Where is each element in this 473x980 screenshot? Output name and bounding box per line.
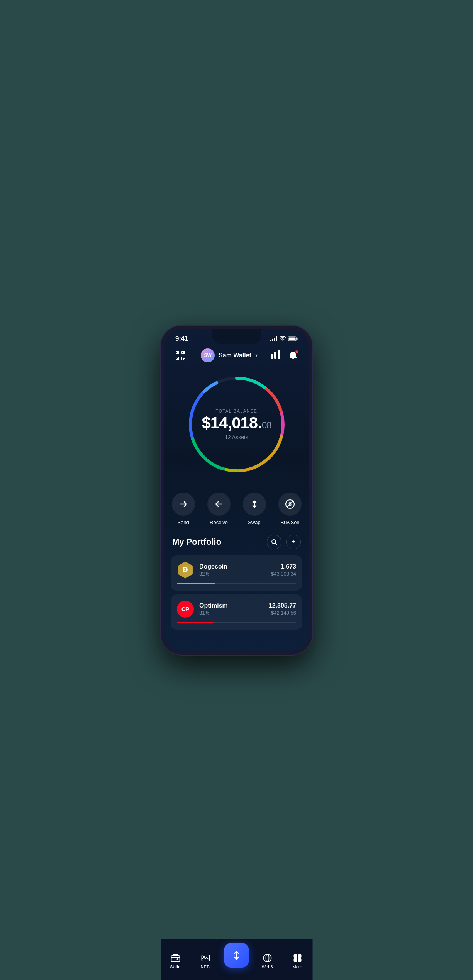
dogecoin-pct: 32% (199, 571, 266, 577)
svg-rect-13 (271, 354, 273, 359)
profile-name: Sam Wallet (219, 352, 251, 359)
dogecoin-icon: Ð (177, 562, 194, 579)
svg-line-31 (275, 543, 277, 545)
optimism-values: 12,305.77 $42,149.56 (269, 602, 296, 616)
portfolio-title: My Portfolio (172, 537, 221, 547)
chart-icon[interactable] (271, 350, 281, 360)
app-header: SW Sam Wallet ▾ (164, 345, 309, 367)
send-button[interactable]: Send (172, 493, 195, 525)
optimism-bar (177, 622, 296, 623)
send-label: Send (177, 520, 189, 525)
balance-assets: 12 Assets (202, 434, 271, 440)
balance-cents: 08 (262, 420, 271, 430)
optimism-card[interactable]: OP Optimism 31% 12,305.77 $42,149.56 (171, 594, 302, 630)
svg-rect-7 (183, 352, 184, 353)
dogecoin-bar-fill (177, 583, 215, 584)
search-button[interactable] (267, 535, 281, 549)
svg-rect-6 (177, 352, 178, 353)
header-actions (271, 348, 300, 362)
dogecoin-amount: 1.673 (271, 563, 296, 570)
dogecoin-bar (177, 583, 296, 584)
balance-section: TOTAL BALANCE $14,018.08 12 Assets (164, 367, 309, 486)
optimism-name: Optimism (199, 602, 263, 609)
balance-ring: TOTAL BALANCE $14,018.08 12 Assets (183, 370, 291, 479)
profile-selector[interactable]: SW Sam Wallet ▾ (201, 348, 258, 362)
balance-label: TOTAL BALANCE (202, 409, 271, 413)
send-icon (172, 493, 195, 516)
svg-rect-15 (278, 350, 280, 359)
optimism-info: Optimism 31% (199, 602, 263, 616)
chevron-down-icon: ▾ (255, 353, 258, 358)
status-time: 9:41 (175, 335, 188, 343)
svg-rect-2 (289, 337, 296, 340)
balance-amount: $14,018.08 (202, 415, 271, 431)
optimism-bar-fill (177, 622, 214, 623)
svg-rect-14 (274, 352, 276, 359)
portfolio-section: My Portfolio + Ð (164, 535, 309, 630)
portfolio-actions: + (267, 535, 301, 549)
buysell-button[interactable]: $ Buy/Sell (278, 493, 302, 525)
dogecoin-name: Dogecoin (199, 563, 266, 570)
buysell-label: Buy/Sell (281, 520, 299, 525)
plus-icon: + (292, 538, 296, 546)
dogecoin-usd: $43,003.34 (271, 571, 296, 577)
notification-button[interactable] (286, 348, 300, 362)
optimism-icon: OP (177, 601, 194, 618)
optimism-pct: 31% (199, 610, 263, 616)
dogecoin-values: 1.673 $43,003.34 (271, 563, 296, 577)
dogecoin-info: Dogecoin 32% (199, 563, 266, 577)
receive-button[interactable]: Receive (207, 493, 231, 525)
search-icon (271, 539, 277, 545)
notification-dot (295, 350, 298, 353)
wifi-icon (280, 336, 286, 341)
swap-icon (243, 493, 266, 516)
optimism-usd: $42,149.56 (269, 610, 296, 616)
portfolio-header: My Portfolio + (171, 535, 302, 549)
notch (212, 329, 261, 344)
balance-center: TOTAL BALANCE $14,018.08 12 Assets (202, 409, 271, 440)
status-icons (270, 336, 298, 341)
dogecoin-card[interactable]: Ð Dogecoin 32% 1.673 $43,003.34 (171, 555, 302, 591)
receive-icon (207, 493, 231, 516)
phone-frame: 9:41 (161, 326, 312, 655)
add-asset-button[interactable]: + (286, 535, 301, 549)
scan-button[interactable] (173, 348, 188, 363)
avatar: SW (201, 348, 215, 362)
svg-rect-1 (297, 338, 298, 340)
swap-label: Swap (248, 520, 261, 525)
buysell-icon: $ (278, 493, 302, 516)
action-buttons: Send Receive (164, 486, 309, 535)
svg-point-30 (272, 540, 276, 544)
battery-icon (288, 336, 298, 341)
svg-rect-8 (177, 358, 178, 359)
optimism-amount: 12,305.77 (269, 602, 296, 609)
phone-screen: 9:41 (164, 329, 309, 651)
signal-icon (270, 336, 277, 341)
swap-button[interactable]: Swap (243, 493, 266, 525)
receive-label: Receive (210, 520, 228, 525)
scan-icon (175, 350, 186, 361)
